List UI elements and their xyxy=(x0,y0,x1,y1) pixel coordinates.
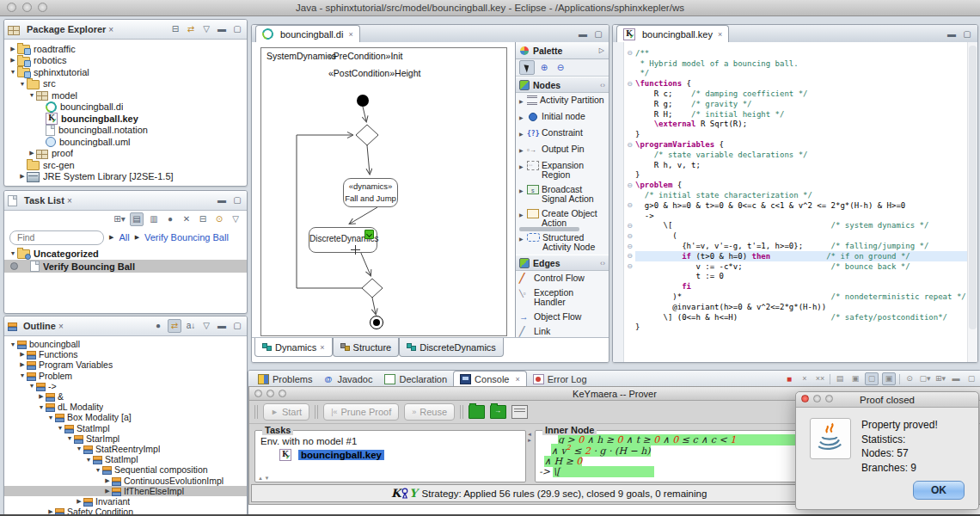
package-explorer-item[interactable]: ▼model xyxy=(4,89,247,101)
palette-item-object-flow[interactable]: Object Flow xyxy=(516,310,609,324)
code-line[interactable]: t := 0 xyxy=(635,272,967,282)
code-line[interactable]: \] (0<=h & h<=H) /* safety/postcondition… xyxy=(635,312,967,322)
collapse-expander-icon[interactable]: ▼ xyxy=(46,415,55,421)
remove-all-icon[interactable]: ×× xyxy=(814,373,826,384)
expand-expander-icon[interactable]: ▶ xyxy=(18,351,27,358)
package-explorer-item[interactable]: ▶proof xyxy=(4,148,247,160)
package-explorer-item[interactable]: ▼sphinxtutorial xyxy=(4,66,247,78)
palette-expander-icon[interactable]: ▶ xyxy=(519,130,524,139)
fold-collapse-icon[interactable]: ⊖ xyxy=(624,252,635,260)
maximize-view-icon[interactable]: ▢ xyxy=(231,23,243,35)
outline-item[interactable]: ▼StatReentryImpl xyxy=(4,444,247,454)
fold-collapse-icon[interactable]: ⊖ xyxy=(624,181,635,189)
outline-item[interactable]: ▶IfThenElseImpl xyxy=(4,486,247,496)
find-input[interactable] xyxy=(9,230,104,245)
code-line[interactable]: fi xyxy=(635,281,967,292)
code-area[interactable]: ⊖/** * Hybrid model of a bouncing ball. … xyxy=(624,42,967,362)
console-tab-console[interactable]: Console× xyxy=(453,371,527,386)
minimize-view-icon[interactable]: ▬ xyxy=(216,320,228,332)
minimize-window-icon[interactable] xyxy=(22,3,32,12)
collapse-palette-icon[interactable]: ▷ xyxy=(599,46,604,54)
code-line[interactable]: @invariant(h>=0 & v^2<=2*g*(H-h)) xyxy=(635,302,967,312)
environment-item[interactable]: Env. with no model #1 xyxy=(255,431,525,446)
code-line[interactable]: ⊖\functions { xyxy=(635,78,967,89)
link-with-editor-icon[interactable]: ⇄ xyxy=(168,319,181,333)
outline-item[interactable]: ▼StatImpl xyxy=(4,454,247,464)
code-line[interactable]: /* state variable declarations */ xyxy=(635,150,967,160)
collapse-all-icon[interactable]: ⊟ xyxy=(197,213,209,225)
synchronize-icon[interactable]: ⊙ xyxy=(213,213,225,225)
collapse-expander-icon[interactable]: ▼ xyxy=(9,250,17,256)
code-line[interactable]: /* initial state characterization */ xyxy=(635,190,967,200)
minimize-dialog-icon[interactable] xyxy=(813,395,821,402)
outline-item[interactable]: ▼Box Modality [a] xyxy=(4,412,247,422)
palette-expander-icon[interactable]: ▶ xyxy=(519,211,524,220)
outline-item[interactable]: ▶& xyxy=(4,391,247,402)
palette-item-constraint[interactable]: ▶Constraint xyxy=(516,126,609,142)
discrete-dynamics-node[interactable]: DiscreteDynamics xyxy=(309,227,377,253)
package-explorer-item[interactable]: bouncingball.di xyxy=(4,101,247,114)
minimize-view-icon[interactable]: ▬ xyxy=(216,194,228,206)
close-tab-icon[interactable]: × xyxy=(320,343,324,352)
window-controls[interactable] xyxy=(7,3,47,12)
clear-console-icon[interactable]: × xyxy=(799,373,811,384)
collapse-expander-icon[interactable]: ▼ xyxy=(28,92,36,98)
start-button[interactable]: ►Start xyxy=(263,403,309,421)
load-problem-icon[interactable] xyxy=(490,405,506,419)
palette-item-activity-partition[interactable]: ▶Activity Partition xyxy=(516,93,609,109)
link-with-editor-icon[interactable]: ⇄ xyxy=(185,23,197,35)
filter-icon[interactable]: ✕ xyxy=(181,213,193,225)
pin-drawer-icon[interactable]: ‹› xyxy=(600,259,605,267)
page-tab-structure[interactable]: Structure xyxy=(333,338,400,357)
palette-expander-icon[interactable]: ▶ xyxy=(519,114,524,123)
outline-item[interactable]: ▼StarImpl xyxy=(4,433,247,444)
pin-drawer-icon[interactable]: ‹› xyxy=(600,81,605,89)
palette-expander-icon[interactable]: ▶ xyxy=(519,97,524,107)
palette-item-initial-node[interactable]: ▶Initial node xyxy=(516,109,609,126)
maximize-view-icon[interactable]: ▢ xyxy=(965,373,977,384)
code-line[interactable]: } xyxy=(635,129,967,139)
palette-header[interactable]: Palette ▷ xyxy=(516,42,609,59)
prune-proof-button[interactable]: |«Prune Proof xyxy=(323,403,399,421)
fold-collapse-icon[interactable]: ⊖ xyxy=(624,201,635,209)
minimize-icon[interactable] xyxy=(266,390,274,397)
minimize-view-icon[interactable]: ▬ xyxy=(216,23,228,35)
open-console-icon[interactable]: ⊞▾ xyxy=(934,373,946,384)
code-line[interactable]: ⊖ \[ /* system dynamics */ xyxy=(635,221,967,231)
pin-console-icon[interactable]: ⊙ xyxy=(903,373,916,384)
outline-item[interactable]: ▶Program Variables xyxy=(4,359,247,370)
code-line[interactable]: R H; /* initial height */ xyxy=(635,109,967,120)
ok-button[interactable]: OK xyxy=(913,481,965,500)
console-tab-error-log[interactable]: Error Log xyxy=(527,372,593,386)
palette-expander-icon[interactable]: ▶ xyxy=(519,146,524,156)
collapse-expander-icon[interactable]: ▼ xyxy=(9,341,17,347)
package-explorer-item[interactable]: ▶JRE System Library [J2SE-1.5] xyxy=(4,171,247,183)
view-menu-icon[interactable]: ▽ xyxy=(200,320,212,332)
code-line[interactable]: R g; /* gravity */ xyxy=(635,99,967,109)
collapse-expander-icon[interactable]: ▼ xyxy=(18,372,27,378)
code-line[interactable]: * Hybrid model of a bouncing ball. xyxy=(635,58,967,69)
proof-management-icon[interactable] xyxy=(511,405,528,419)
nodes-drawer-header[interactable]: Nodes ‹› xyxy=(516,77,609,93)
close-tab-icon[interactable]: × xyxy=(348,30,352,39)
new-task-icon[interactable]: ⊞▾ xyxy=(113,213,126,225)
close-dialog-icon[interactable] xyxy=(801,395,809,402)
fold-collapse-icon[interactable]: ⊖ xyxy=(624,243,635,250)
resize-grip-icon[interactable]: ▲ ▼ xyxy=(258,476,270,481)
close-view-icon[interactable]: × xyxy=(67,196,72,206)
outline-item[interactable]: ▶ContinuousEvolutionImpl xyxy=(4,475,247,485)
outline-item[interactable]: ▶Invariant xyxy=(4,496,247,507)
minimize-editor-icon[interactable]: ▬ xyxy=(577,28,589,40)
dynamics-action-node[interactable]: «dynamics» Fall and Jump xyxy=(343,178,398,207)
package-explorer-item[interactable]: ▶robotics xyxy=(4,55,247,67)
expand-expander-icon[interactable]: ▶ xyxy=(37,393,46,400)
palette-item-expansion-region[interactable]: ▶Expansion Region xyxy=(516,158,609,182)
outline-item[interactable]: ▼Problem xyxy=(4,371,247,381)
open-proof-icon[interactable] xyxy=(469,405,485,419)
close-view-icon[interactable]: × xyxy=(108,25,113,34)
edges-drawer-header[interactable]: Edges ‹› xyxy=(516,255,609,271)
fold-collapse-icon[interactable]: ⊖ xyxy=(624,232,635,240)
scrollbar-thumb[interactable] xyxy=(969,46,977,329)
page-tab-discretedynamics[interactable]: DiscreteDynamics xyxy=(399,338,504,357)
expand-expander-icon[interactable]: ▶ xyxy=(103,477,112,484)
